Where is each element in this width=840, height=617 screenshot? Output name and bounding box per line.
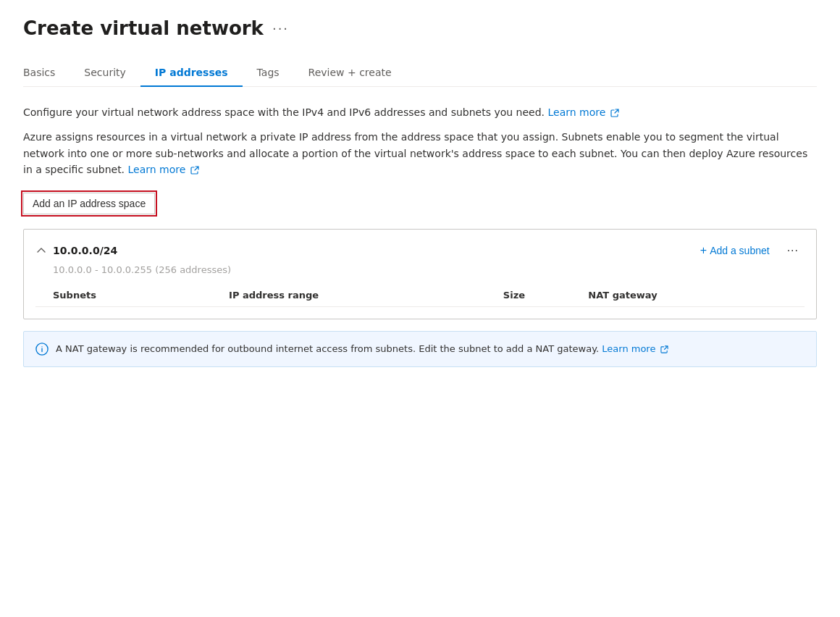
info-banner-text: A NAT gateway is recommended for outboun… [56, 342, 668, 357]
external-link-icon-2 [190, 166, 199, 175]
page-header: Create virtual network ··· [23, 17, 817, 39]
chevron-up-icon[interactable] [35, 245, 47, 256]
col-ip-range: IP address range [229, 284, 503, 307]
col-nat-gateway: NAT gateway [588, 284, 805, 307]
page-title: Create virtual network [23, 17, 264, 39]
tab-review-create[interactable]: Review + create [294, 59, 406, 87]
ip-space-actions: + Add a subnet ··· [694, 241, 805, 260]
tab-ip-addresses[interactable]: IP addresses [140, 59, 243, 87]
add-ip-address-space-button[interactable]: Add an IP address space [23, 193, 155, 214]
tab-security[interactable]: Security [70, 59, 140, 87]
description-2: Azure assigns resources in a virtual net… [23, 129, 817, 177]
subnets-table-wrapper: Subnets IP address range Size NAT gatewa… [24, 284, 816, 319]
subnets-table: Subnets IP address range Size NAT gatewa… [35, 284, 805, 307]
external-link-icon-3 [660, 345, 668, 353]
ip-space-title-group: 10.0.0.0/24 [35, 245, 117, 256]
plus-icon: + [700, 244, 707, 257]
ip-space-more-button[interactable]: ··· [781, 241, 805, 260]
external-link-icon-1 [610, 109, 619, 117]
more-options-icon[interactable]: ··· [272, 21, 289, 36]
info-icon [35, 343, 49, 356]
learn-more-link-2[interactable]: Learn more [128, 164, 199, 175]
col-subnets: Subnets [35, 284, 229, 307]
ip-space-header: 10.0.0.0/24 + Add a subnet ··· [24, 230, 816, 260]
tab-basics[interactable]: Basics [23, 59, 70, 87]
ip-space-card: 10.0.0.0/24 + Add a subnet ··· 10.0.0.0 … [23, 229, 817, 319]
add-subnet-button[interactable]: + Add a subnet [694, 241, 776, 260]
info-learn-more-link[interactable]: Learn more [602, 343, 668, 354]
tab-nav: Basics Security IP addresses Tags Review… [23, 59, 817, 87]
learn-more-link-1[interactable]: Learn more [548, 106, 619, 118]
description-1: Configure your virtual network address s… [23, 104, 817, 120]
info-banner: A NAT gateway is recommended for outboun… [23, 331, 817, 368]
tab-tags[interactable]: Tags [243, 59, 294, 87]
ip-range-info: 10.0.0.0 - 10.0.0.255 (256 addresses) [24, 260, 816, 284]
ip-cidr-label: 10.0.0.0/24 [53, 245, 117, 256]
description-1-text: Configure your virtual network address s… [23, 106, 545, 118]
col-size: Size [503, 284, 588, 307]
svg-point-1 [41, 346, 42, 347]
